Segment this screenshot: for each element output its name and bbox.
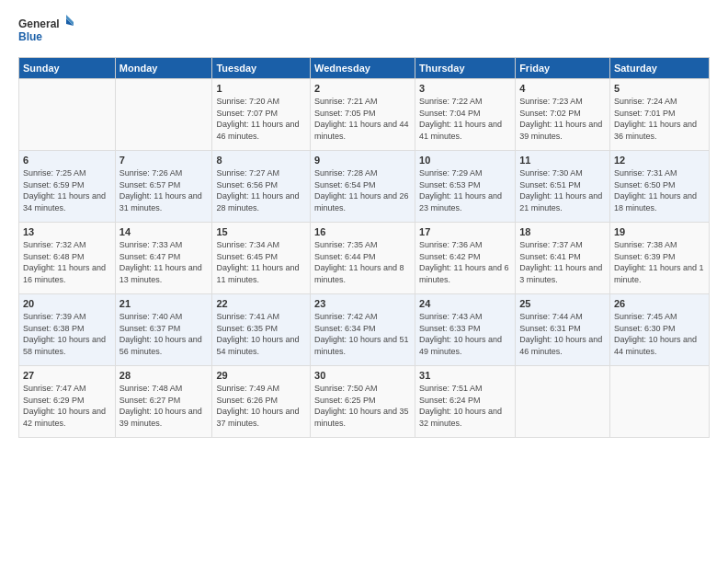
header: General Blue: [18, 15, 710, 48]
calendar-cell: 25Sunrise: 7:44 AMSunset: 6:31 PMDayligh…: [516, 294, 610, 366]
day-number: 30: [314, 370, 411, 381]
day-details: Sunrise: 7:24 AMSunset: 7:01 PMDaylight:…: [614, 96, 705, 142]
calendar-header: SundayMondayTuesdayWednesdayThursdayFrid…: [19, 58, 710, 79]
day-details: Sunrise: 7:26 AMSunset: 6:57 PMDaylight:…: [119, 167, 209, 213]
calendar-cell: 10Sunrise: 7:29 AMSunset: 6:53 PMDayligh…: [415, 151, 516, 223]
day-number: 21: [119, 298, 209, 309]
calendar-row: 13Sunrise: 7:32 AMSunset: 6:48 PMDayligh…: [19, 223, 710, 294]
day-details: Sunrise: 7:21 AMSunset: 7:05 PMDaylight:…: [314, 96, 411, 142]
header-cell: Thursday: [415, 58, 516, 79]
calendar-cell: [609, 366, 709, 438]
calendar-cell: 11Sunrise: 7:30 AMSunset: 6:51 PMDayligh…: [516, 151, 610, 223]
day-details: Sunrise: 7:41 AMSunset: 6:35 PMDaylight:…: [216, 311, 306, 357]
day-number: 27: [23, 370, 111, 381]
day-number: 29: [216, 370, 306, 381]
day-details: Sunrise: 7:28 AMSunset: 6:54 PMDaylight:…: [314, 167, 411, 213]
calendar-cell: 21Sunrise: 7:40 AMSunset: 6:37 PMDayligh…: [115, 294, 212, 366]
day-number: 28: [119, 370, 209, 381]
calendar-cell: 12Sunrise: 7:31 AMSunset: 6:50 PMDayligh…: [609, 151, 709, 223]
day-number: 18: [519, 226, 606, 237]
svg-text:Blue: Blue: [18, 30, 42, 43]
day-number: 26: [614, 298, 705, 309]
calendar-cell: [516, 366, 610, 438]
day-details: Sunrise: 7:22 AMSunset: 7:04 PMDaylight:…: [419, 96, 511, 142]
day-number: 15: [216, 226, 306, 237]
calendar-row: 1Sunrise: 7:20 AMSunset: 7:07 PMDaylight…: [19, 79, 710, 151]
calendar-cell: 8Sunrise: 7:27 AMSunset: 6:56 PMDaylight…: [212, 151, 311, 223]
day-details: Sunrise: 7:50 AMSunset: 6:25 PMDaylight:…: [314, 383, 411, 429]
calendar-cell: 17Sunrise: 7:36 AMSunset: 6:42 PMDayligh…: [415, 223, 516, 294]
header-cell: Saturday: [609, 58, 709, 79]
calendar-cell: 18Sunrise: 7:37 AMSunset: 6:41 PMDayligh…: [516, 223, 610, 294]
calendar-cell: 3Sunrise: 7:22 AMSunset: 7:04 PMDaylight…: [415, 79, 516, 151]
day-number: 3: [419, 83, 511, 94]
calendar-cell: 4Sunrise: 7:23 AMSunset: 7:02 PMDaylight…: [516, 79, 610, 151]
day-details: Sunrise: 7:42 AMSunset: 6:34 PMDaylight:…: [314, 311, 411, 357]
day-number: 13: [23, 226, 111, 237]
calendar-cell: [115, 79, 212, 151]
day-number: 11: [519, 155, 606, 166]
day-number: 8: [216, 155, 306, 166]
day-details: Sunrise: 7:31 AMSunset: 6:50 PMDaylight:…: [614, 167, 705, 213]
logo: General Blue: [18, 15, 74, 48]
calendar-cell: 24Sunrise: 7:43 AMSunset: 6:33 PMDayligh…: [415, 294, 516, 366]
calendar-cell: 26Sunrise: 7:45 AMSunset: 6:30 PMDayligh…: [609, 294, 709, 366]
calendar-cell: 23Sunrise: 7:42 AMSunset: 6:34 PMDayligh…: [311, 294, 415, 366]
day-details: Sunrise: 7:32 AMSunset: 6:48 PMDaylight:…: [23, 239, 111, 285]
calendar-cell: 7Sunrise: 7:26 AMSunset: 6:57 PMDaylight…: [115, 151, 212, 223]
day-details: Sunrise: 7:43 AMSunset: 6:33 PMDaylight:…: [419, 311, 511, 357]
day-details: Sunrise: 7:45 AMSunset: 6:30 PMDaylight:…: [614, 311, 705, 357]
day-details: Sunrise: 7:20 AMSunset: 7:07 PMDaylight:…: [216, 96, 306, 142]
calendar-cell: 28Sunrise: 7:48 AMSunset: 6:27 PMDayligh…: [115, 366, 212, 438]
calendar-cell: 19Sunrise: 7:38 AMSunset: 6:39 PMDayligh…: [609, 223, 709, 294]
calendar-cell: 13Sunrise: 7:32 AMSunset: 6:48 PMDayligh…: [19, 223, 116, 294]
day-details: Sunrise: 7:47 AMSunset: 6:29 PMDaylight:…: [23, 383, 111, 429]
day-number: 25: [519, 298, 606, 309]
calendar-cell: 15Sunrise: 7:34 AMSunset: 6:45 PMDayligh…: [212, 223, 311, 294]
calendar-cell: 20Sunrise: 7:39 AMSunset: 6:38 PMDayligh…: [19, 294, 116, 366]
calendar-cell: 14Sunrise: 7:33 AMSunset: 6:47 PMDayligh…: [115, 223, 212, 294]
day-details: Sunrise: 7:33 AMSunset: 6:47 PMDaylight:…: [119, 239, 209, 285]
calendar-cell: 1Sunrise: 7:20 AMSunset: 7:07 PMDaylight…: [212, 79, 311, 151]
day-details: Sunrise: 7:37 AMSunset: 6:41 PMDaylight:…: [519, 239, 606, 285]
day-details: Sunrise: 7:25 AMSunset: 6:59 PMDaylight:…: [23, 167, 111, 213]
calendar-row: 20Sunrise: 7:39 AMSunset: 6:38 PMDayligh…: [19, 294, 710, 366]
calendar-row: 6Sunrise: 7:25 AMSunset: 6:59 PMDaylight…: [19, 151, 710, 223]
page: General Blue SundayMondayTuesdayWednesda…: [0, 0, 728, 447]
day-number: 1: [216, 83, 306, 94]
day-number: 6: [23, 155, 111, 166]
calendar-cell: 22Sunrise: 7:41 AMSunset: 6:35 PMDayligh…: [212, 294, 311, 366]
day-number: 12: [614, 155, 705, 166]
calendar-cell: [19, 79, 116, 151]
calendar-cell: 30Sunrise: 7:50 AMSunset: 6:25 PMDayligh…: [311, 366, 415, 438]
day-details: Sunrise: 7:49 AMSunset: 6:26 PMDaylight:…: [216, 383, 306, 429]
logo-svg: General Blue: [18, 15, 74, 48]
calendar-cell: 9Sunrise: 7:28 AMSunset: 6:54 PMDaylight…: [311, 151, 415, 223]
day-details: Sunrise: 7:44 AMSunset: 6:31 PMDaylight:…: [519, 311, 606, 357]
day-number: 19: [614, 226, 705, 237]
day-details: Sunrise: 7:48 AMSunset: 6:27 PMDaylight:…: [119, 383, 209, 429]
header-cell: Monday: [115, 58, 212, 79]
header-cell: Wednesday: [311, 58, 415, 79]
day-number: 10: [419, 155, 511, 166]
day-details: Sunrise: 7:29 AMSunset: 6:53 PMDaylight:…: [419, 167, 511, 213]
day-number: 16: [314, 226, 411, 237]
calendar-cell: 2Sunrise: 7:21 AMSunset: 7:05 PMDaylight…: [311, 79, 415, 151]
day-number: 24: [419, 298, 511, 309]
svg-text:General: General: [18, 17, 60, 30]
day-number: 17: [419, 226, 511, 237]
calendar-cell: 16Sunrise: 7:35 AMSunset: 6:44 PMDayligh…: [311, 223, 415, 294]
calendar-cell: 27Sunrise: 7:47 AMSunset: 6:29 PMDayligh…: [19, 366, 116, 438]
day-details: Sunrise: 7:23 AMSunset: 7:02 PMDaylight:…: [519, 96, 606, 142]
header-cell: Friday: [516, 58, 610, 79]
day-number: 9: [314, 155, 411, 166]
day-details: Sunrise: 7:51 AMSunset: 6:24 PMDaylight:…: [419, 383, 511, 429]
calendar-body: 1Sunrise: 7:20 AMSunset: 7:07 PMDaylight…: [19, 79, 710, 438]
day-details: Sunrise: 7:40 AMSunset: 6:37 PMDaylight:…: [119, 311, 209, 357]
header-cell: Sunday: [19, 58, 116, 79]
calendar-table: SundayMondayTuesdayWednesdayThursdayFrid…: [18, 57, 710, 438]
day-number: 14: [119, 226, 209, 237]
day-details: Sunrise: 7:27 AMSunset: 6:56 PMDaylight:…: [216, 167, 306, 213]
calendar-cell: 31Sunrise: 7:51 AMSunset: 6:24 PMDayligh…: [415, 366, 516, 438]
day-number: 23: [314, 298, 411, 309]
